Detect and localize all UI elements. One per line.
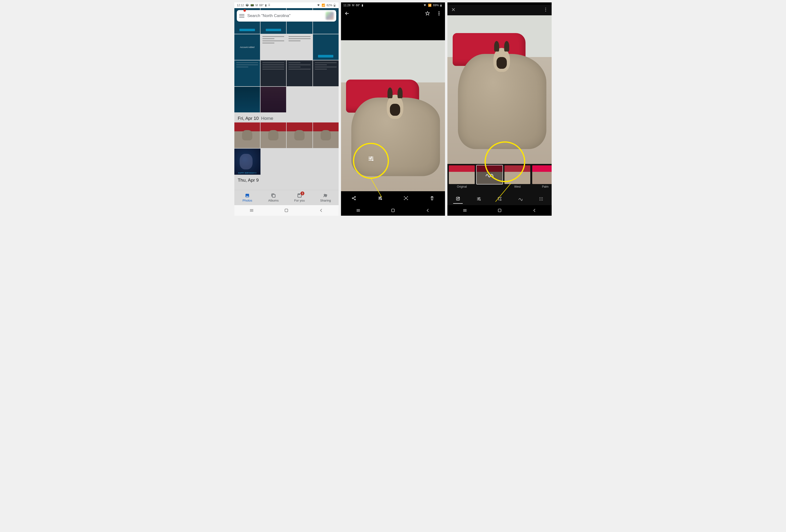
share-button[interactable]	[349, 193, 359, 203]
thumbnail[interactable]	[286, 122, 312, 148]
tab-markup[interactable]	[516, 194, 525, 204]
svg-point-46	[540, 200, 540, 201]
date-header: Fri, Apr 10 Home	[234, 113, 339, 122]
tab-adjust[interactable]	[474, 194, 484, 204]
account-avatar[interactable]	[326, 12, 334, 20]
back-button[interactable]	[532, 208, 537, 213]
tab-albums[interactable]: Albums	[260, 190, 286, 205]
favorite-star-icon[interactable]	[425, 11, 430, 17]
tab-sharing[interactable]: Sharing	[313, 190, 339, 205]
home-button[interactable]	[283, 208, 289, 213]
thumbnail[interactable]: HAPPY BIRTHDAY!!!	[234, 148, 260, 175]
svg-point-45	[542, 199, 543, 200]
wifi-icon	[317, 3, 320, 7]
voicemail-icon: 📟	[250, 4, 254, 7]
date-header: Thu, Apr 9	[234, 175, 339, 184]
thumbnail[interactable]	[313, 61, 339, 86]
close-icon[interactable]	[451, 7, 456, 13]
back-arrow-icon[interactable]	[344, 11, 350, 17]
editor-tool-tabs	[447, 193, 552, 205]
editor-canvas[interactable]	[447, 15, 552, 164]
edit-button[interactable]	[375, 193, 385, 203]
phone-edit-filters: Original Auto West Palm	[447, 2, 552, 216]
thumbnail[interactable]	[286, 61, 312, 86]
filter-original[interactable]: Original	[449, 165, 475, 193]
thumbnail[interactable]	[313, 122, 339, 148]
recents-button[interactable]	[355, 208, 361, 213]
filter-label: Palm	[542, 185, 549, 188]
thumbnail-empty	[286, 87, 312, 112]
svg-point-24	[355, 199, 355, 200]
tab-photos[interactable]: Photos	[234, 190, 260, 205]
status-bar: 11:28 M 68° ▮ 📶 69%	[341, 2, 445, 8]
svg-point-47	[541, 200, 541, 201]
tab-crop[interactable]	[495, 194, 504, 204]
recents-button[interactable]	[462, 208, 468, 213]
tab-label: Albums	[268, 199, 278, 202]
svg-rect-21	[372, 160, 373, 161]
android-nav-bar	[234, 205, 339, 216]
svg-rect-2	[334, 4, 335, 4]
filter-palm[interactable]: Palm	[532, 165, 552, 193]
thumbnail[interactable]	[260, 122, 286, 148]
svg-rect-52	[498, 209, 501, 212]
overlay-text: HAPPY BIRTHDAY!!!	[235, 172, 259, 174]
svg-point-39	[480, 200, 481, 201]
sharing-icon	[323, 193, 328, 198]
svg-point-33	[545, 8, 546, 8]
svg-point-23	[355, 196, 355, 197]
thumbnail[interactable]	[260, 87, 286, 112]
thumbnail[interactable]	[286, 34, 312, 60]
editor-topbar	[447, 5, 552, 15]
thumbnail[interactable]: Account Added	[234, 34, 260, 60]
recents-button[interactable]	[249, 208, 254, 213]
back-button[interactable]	[318, 208, 324, 213]
overflow-menu-icon[interactable]	[543, 7, 548, 13]
tab-suggestions[interactable]	[453, 194, 463, 204]
delete-button[interactable]	[427, 193, 437, 203]
photo-row	[234, 122, 339, 148]
battery-indicator: 62%	[327, 4, 336, 7]
thumbnail[interactable]	[234, 122, 260, 148]
photos-app-body: Search "North Carolina" Account Added	[234, 8, 339, 205]
svg-point-27	[381, 199, 382, 200]
home-button[interactable]	[497, 208, 503, 213]
sim-icon: ▮	[362, 4, 363, 7]
back-button[interactable]	[425, 208, 431, 213]
photo-action-bar	[341, 191, 445, 205]
status-temp: 68°	[356, 4, 360, 7]
svg-point-8	[326, 194, 327, 196]
notification-badge: 3	[301, 191, 304, 195]
thumbnail[interactable]	[234, 61, 260, 86]
notification-dot	[244, 9, 246, 12]
filter-west[interactable]: West	[504, 165, 530, 193]
phone-photos-grid: 12:12 👽 📟 M 68° ▮ ⠿ 📶 62%	[234, 2, 339, 216]
photo-grid[interactable]: Account Added	[234, 8, 339, 190]
phone-photo-view: 11:28 M 68° ▮ 📶 69%	[341, 2, 445, 216]
thumbnail[interactable]	[260, 34, 286, 60]
battery-indicator: 69%	[433, 4, 443, 7]
android-nav-bar	[341, 205, 445, 216]
search-placeholder: Search "North Carolina"	[247, 14, 323, 18]
thumbnail[interactable]	[313, 34, 339, 60]
status-bar: 12:12 👽 📟 M 68° ▮ ⠿ 📶 62%	[234, 2, 339, 8]
tab-more[interactable]	[536, 194, 546, 204]
lens-button[interactable]	[401, 193, 411, 203]
thumbnail[interactable]	[234, 87, 260, 112]
filter-strip[interactable]: Original Auto West Palm	[447, 164, 552, 193]
svg-point-34	[545, 9, 546, 10]
tab-for-you[interactable]: 3 For you	[286, 190, 313, 205]
reddit-icon: 👽	[246, 4, 249, 7]
overflow-menu-icon[interactable]	[436, 11, 442, 17]
svg-point-38	[478, 199, 479, 200]
thumbnail[interactable]	[260, 61, 286, 86]
photo-canvas[interactable]	[341, 20, 445, 191]
search-bar[interactable]: Search "North Carolina"	[237, 10, 336, 22]
home-button[interactable]	[390, 208, 396, 213]
auto-squiggle-icon	[477, 165, 503, 184]
date-label: Thu, Apr 9	[238, 178, 259, 183]
svg-point-48	[542, 200, 543, 201]
svg-point-37	[479, 198, 480, 199]
filter-auto[interactable]: Auto	[477, 165, 503, 193]
menu-icon[interactable]	[239, 14, 245, 18]
